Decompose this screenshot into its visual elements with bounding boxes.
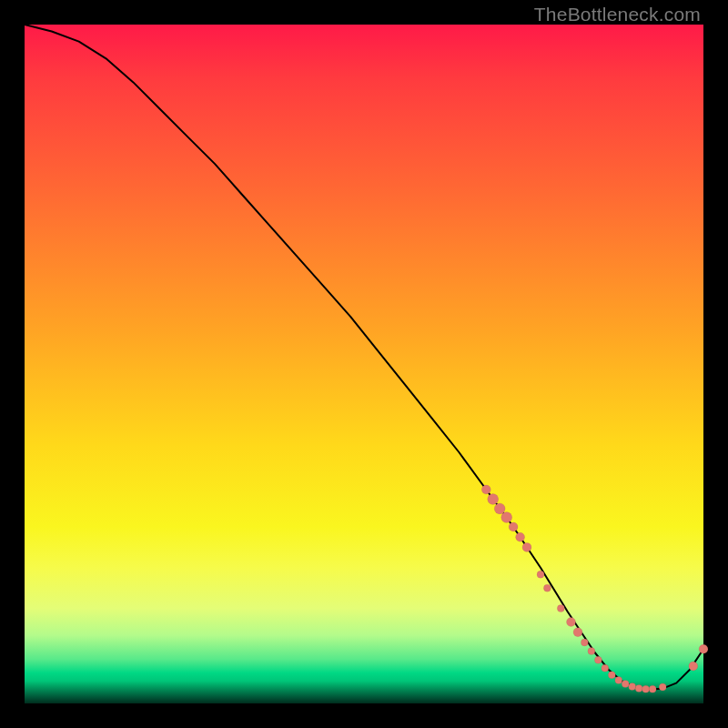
data-marker <box>699 644 708 653</box>
data-marker <box>573 628 582 637</box>
data-marker <box>594 656 602 663</box>
data-marker <box>649 685 656 693</box>
data-marker <box>537 571 544 578</box>
data-marker <box>602 664 609 672</box>
data-marker <box>588 648 595 655</box>
data-marker <box>567 618 576 627</box>
data-marker <box>629 682 636 690</box>
data-marker <box>622 680 629 687</box>
data-marker <box>689 662 698 671</box>
watermark-text: TheBottleneck.com <box>534 4 701 25</box>
data-marker <box>615 677 622 684</box>
data-marker <box>642 685 650 693</box>
plot-overlay <box>25 25 703 703</box>
chart-container: TheBottleneck.com <box>0 0 728 728</box>
data-marker <box>494 503 505 514</box>
bottleneck-curve <box>25 25 703 690</box>
data-marker <box>481 485 490 494</box>
data-marker <box>659 683 666 691</box>
data-marker <box>516 532 525 541</box>
marker-group <box>481 485 708 693</box>
data-marker <box>557 605 564 612</box>
data-marker <box>608 672 615 679</box>
data-marker <box>581 639 588 646</box>
data-marker <box>488 494 499 505</box>
data-marker <box>509 522 518 531</box>
data-marker <box>635 685 642 693</box>
data-marker <box>543 584 551 592</box>
data-marker <box>501 512 512 523</box>
data-marker <box>522 542 531 551</box>
